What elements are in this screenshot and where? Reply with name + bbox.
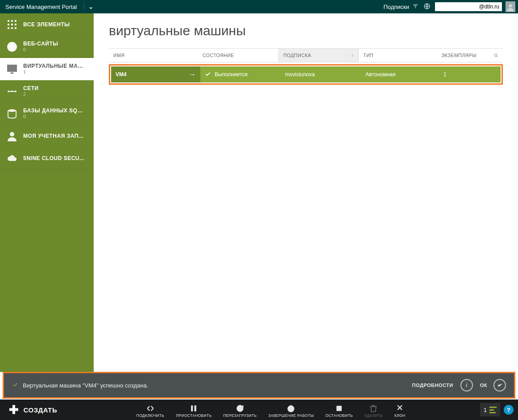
plus-icon: ✚: [9, 404, 19, 416]
connect-icon: [146, 404, 155, 413]
highlighted-row-frame: VM4 → Выполняется msvistunova Автономная…: [109, 64, 503, 85]
command-bar: ✚ СОЗДАТЬ ПОДКЛЮЧИТЬ ПРИОСТАНОВИТЬ ПЕРЕЗ…: [0, 399, 518, 420]
svg-point-17: [8, 109, 16, 112]
svg-rect-21: [195, 405, 196, 411]
action-stop[interactable]: ОСТАНОВИТЬ: [325, 402, 352, 418]
sidebar-item-all-elements[interactable]: ВСЕ ЭЛЕМЕНТЫ: [0, 13, 94, 36]
cell-subscription: msvistunova: [281, 66, 361, 82]
sidebar: ВСЕ ЭЛЕМЕНТЫ ВЕБ-САЙТЫ0 ВИРТУАЛЬНЫЕ МА..…: [0, 13, 94, 372]
notifications-count: 1: [484, 407, 487, 413]
action-connect[interactable]: ПОДКЛЮЧИТЬ: [136, 402, 164, 418]
cell-instances: 1: [439, 66, 501, 82]
help-button[interactable]: ?: [504, 405, 514, 415]
vm-grid: ИМЯ СОСТОЯНИЕ ПОДПИСКА ↑ ТИП ЭКЗЕМПЛЯРЫ …: [109, 48, 503, 86]
notifications-badge[interactable]: 1: [480, 403, 500, 416]
create-button[interactable]: ✚ СОЗДАТЬ: [0, 399, 66, 420]
sidebar-item-label: СЕТИ: [23, 85, 39, 91]
vm-state: Выполняется: [215, 71, 248, 78]
sidebar-item-sql-databases[interactable]: БАЗЫ ДАННЫХ SQL...0: [0, 103, 94, 125]
table-row[interactable]: VM4 → Выполняется msvistunova Автономная…: [111, 66, 501, 82]
notification-message: Виртуальная машина "VM4" успешно создана…: [23, 382, 148, 389]
network-icon: [5, 86, 19, 97]
sidebar-item-5nine[interactable]: 5NINE CLOUD SECU...: [0, 147, 94, 169]
action-restart[interactable]: ПЕРЕЗАГРУЗИТЬ: [223, 402, 257, 418]
svg-point-19: [494, 54, 497, 56]
ok-button-label[interactable]: ОК: [480, 383, 487, 388]
sidebar-item-virtual-machines[interactable]: ВИРТУАЛЬНЫЕ МА...1: [0, 58, 94, 80]
svg-rect-9: [11, 27, 13, 29]
col-subscription-label: ПОДПИСКА: [283, 53, 311, 58]
restart-icon: [236, 404, 244, 413]
page-title: виртуальные машины: [109, 23, 503, 38]
grid-icon: [5, 19, 19, 30]
filter-icon[interactable]: [412, 3, 419, 11]
sidebar-item-label: БАЗЫ ДАННЫХ SQL...: [23, 107, 86, 114]
notification-highlight: Виртуальная машина "VM4" успешно создана…: [3, 372, 515, 399]
col-state[interactable]: СОСТОЯНИЕ: [198, 49, 278, 62]
bars-icon: [489, 407, 497, 413]
subscriptions-link[interactable]: Подписки: [383, 4, 409, 10]
col-type[interactable]: ТИП: [359, 49, 437, 62]
notification-bar: Виртуальная машина "VM4" успешно создана…: [4, 373, 514, 397]
database-icon: [5, 108, 19, 119]
arrow-right-icon[interactable]: →: [189, 70, 196, 78]
ok-check-icon[interactable]: [493, 379, 506, 391]
sort-asc-icon: ↑: [351, 53, 354, 58]
action-delete: УДАЛИТЬ: [365, 402, 383, 418]
create-label: СОЗДАТЬ: [24, 406, 58, 414]
user-email[interactable]: @dtln.ru: [435, 2, 502, 11]
sidebar-item-websites[interactable]: ВЕБ-САЙТЫ0: [0, 36, 94, 58]
svg-rect-23: [336, 406, 342, 411]
svg-point-14: [8, 91, 9, 92]
action-pause[interactable]: ПРИОСТАНОВИТЬ: [176, 402, 211, 418]
sidebar-item-my-account[interactable]: МОЯ УЧЕТНАЯ ЗАП...: [0, 125, 94, 147]
person-icon: [5, 131, 19, 141]
svg-rect-2: [8, 20, 9, 22]
svg-rect-7: [15, 24, 17, 25]
sidebar-item-label: МОЯ УЧЕТНАЯ ЗАП...: [23, 133, 83, 139]
col-subscription[interactable]: ПОДПИСКА ↑: [278, 49, 359, 62]
sidebar-item-label: ВЕБ-САЙТЫ: [23, 41, 58, 47]
svg-point-16: [11, 91, 13, 92]
svg-point-15: [15, 91, 17, 92]
svg-rect-20: [191, 405, 193, 411]
svg-rect-5: [8, 24, 9, 25]
main-content: виртуальные машины ИМЯ СОСТОЯНИЕ ПОДПИСК…: [94, 13, 518, 372]
chevron-down-icon[interactable]: ⌄: [88, 3, 94, 10]
sidebar-item-label: ВИРТУАЛЬНЫЕ МА...: [23, 63, 83, 69]
vm-name: VM4: [116, 71, 127, 78]
svg-rect-13: [10, 67, 14, 70]
svg-rect-3: [11, 20, 13, 22]
clone-icon: [395, 404, 404, 413]
svg-point-18: [10, 132, 14, 136]
sidebar-item-networks[interactable]: СЕТИ2: [0, 80, 94, 103]
success-check-icon: [12, 382, 18, 389]
col-name[interactable]: ИМЯ: [109, 49, 198, 62]
cell-state: Выполняется: [200, 66, 281, 82]
user-email-text: @dtln.ru: [479, 4, 499, 10]
action-clone[interactable]: КЛОН: [394, 402, 405, 418]
svg-rect-4: [15, 20, 17, 22]
action-shutdown[interactable]: ЗАВЕРШЕНИЕ РАБОТЫ: [268, 402, 314, 418]
header-separator: [84, 3, 84, 11]
trash-icon: [369, 404, 378, 413]
pause-icon: [189, 404, 198, 413]
grid-header: ИМЯ СОСТОЯНИЕ ПОДПИСКА ↑ ТИП ЭКЗЕМПЛЯРЫ: [109, 48, 503, 62]
cloud-shield-icon: [5, 153, 19, 164]
details-button[interactable]: ПОДРОБНОСТИ: [412, 383, 453, 388]
sidebar-item-label: ВСЕ ЭЛЕМЕНТЫ: [23, 21, 70, 28]
svg-point-1: [509, 4, 512, 8]
cell-type: Автономная: [361, 66, 439, 82]
svg-rect-10: [15, 27, 17, 29]
cell-name[interactable]: VM4 →: [111, 66, 200, 82]
globe-icon[interactable]: [423, 3, 431, 11]
avatar-icon[interactable]: [506, 1, 515, 12]
info-icon[interactable]: i: [460, 379, 473, 391]
stop-icon: [335, 404, 344, 413]
svg-rect-8: [8, 27, 9, 29]
monitor-icon: [5, 64, 19, 74]
grid-search-icon[interactable]: [489, 49, 503, 62]
check-icon: [205, 71, 211, 78]
col-instances[interactable]: ЭКЗЕМПЛЯРЫ: [437, 49, 489, 62]
header-bar: Service Management Portal ⌄ Подписки @dt…: [0, 0, 518, 13]
